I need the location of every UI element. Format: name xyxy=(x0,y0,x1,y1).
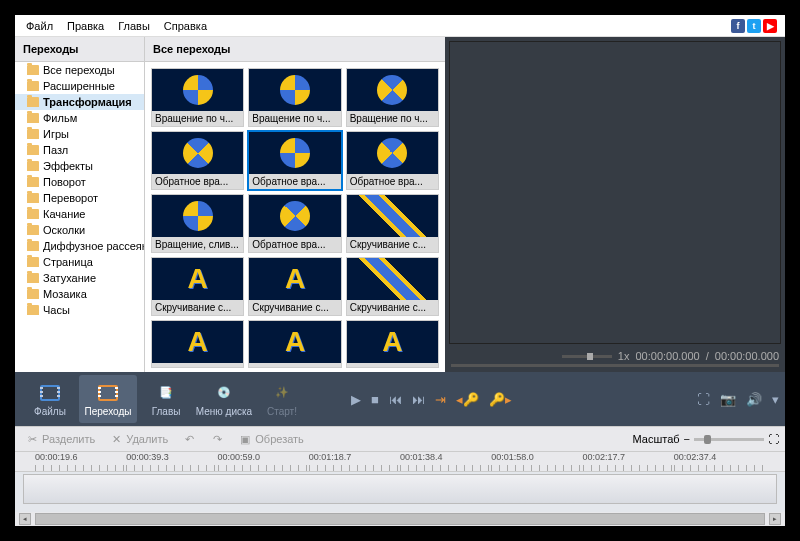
zoom-fit-icon[interactable]: ⛶ xyxy=(768,433,779,445)
play-button[interactable]: ▶ xyxy=(351,392,361,407)
marker-button[interactable]: ⇥ xyxy=(435,392,446,407)
youtube-icon[interactable]: ▶ xyxy=(763,19,777,33)
folder-item[interactable]: Качание xyxy=(15,206,144,222)
snapshot-button[interactable]: 📷 xyxy=(720,392,736,407)
transition-thumb[interactable]: Вращение по ч... xyxy=(151,68,244,127)
timeline-ruler[interactable]: 00:00:19.600:00:39.300:00:59.000:01:18.7… xyxy=(15,452,785,472)
timeline-scrollbar[interactable]: ◂ ▸ xyxy=(15,512,785,526)
folder-item[interactable]: Часы xyxy=(15,302,144,318)
folder-item[interactable]: Пазл xyxy=(15,142,144,158)
scroll-track[interactable] xyxy=(35,513,765,525)
next-button[interactable]: ⏭ xyxy=(412,392,425,407)
transition-thumb[interactable]: Вращение, слив... xyxy=(151,194,244,253)
folder-item[interactable]: Трансформация xyxy=(15,94,144,110)
transition-thumb[interactable]: AСкручивание с... xyxy=(151,257,244,316)
folder-item[interactable]: Поворот xyxy=(15,174,144,190)
ruler-tick: 00:02:37.4 xyxy=(674,452,765,471)
transition-thumb[interactable]: Обратное вра... xyxy=(151,131,244,190)
folder-icon xyxy=(27,177,39,187)
tool-transitions-label: Переходы xyxy=(85,406,132,417)
zoom-controls: Масштаб − ⛶ xyxy=(633,433,780,445)
folder-label: Игры xyxy=(43,128,69,140)
folder-item[interactable]: Осколки xyxy=(15,222,144,238)
fullscreen-button[interactable]: ⛶ xyxy=(697,392,710,407)
transition-thumb[interactable]: A xyxy=(248,320,341,368)
chapters-icon: 📑 xyxy=(155,382,177,404)
video-track[interactable] xyxy=(23,474,777,504)
stop-button[interactable]: ■ xyxy=(371,392,379,407)
folder-item[interactable]: Страница xyxy=(15,254,144,270)
transition-thumb[interactable]: Обратное вра... xyxy=(248,194,341,253)
volume-button[interactable]: 🔊 xyxy=(746,392,762,407)
track-area[interactable] xyxy=(15,472,785,512)
tool-chapters[interactable]: 📑 Главы xyxy=(137,375,195,423)
scroll-right-button[interactable]: ▸ xyxy=(769,513,781,525)
transition-thumb[interactable]: AСкручивание с... xyxy=(248,257,341,316)
folder-item[interactable]: Игры xyxy=(15,126,144,142)
prev-button[interactable]: ⏮ xyxy=(389,392,402,407)
undo-button[interactable]: ↶ xyxy=(178,430,200,448)
folder-label: Диффузное рассеяние xyxy=(43,240,144,252)
folder-item[interactable]: Фильм xyxy=(15,110,144,126)
delete-label: Удалить xyxy=(126,433,168,445)
facebook-icon[interactable]: f xyxy=(731,19,745,33)
tool-transitions[interactable]: Переходы xyxy=(79,375,137,423)
folder-label: Осколки xyxy=(43,224,85,236)
folder-item[interactable]: Расширенные xyxy=(15,78,144,94)
timeline: 00:00:19.600:00:39.300:00:59.000:01:18.7… xyxy=(15,452,785,526)
menu-help[interactable]: Справка xyxy=(157,17,214,35)
folder-label: Часы xyxy=(43,304,70,316)
transition-thumb[interactable]: Обратное вра... xyxy=(346,131,439,190)
right-controls: ⛶ 📷 🔊 ▾ xyxy=(697,392,779,407)
time-total: 00:00:00.000 xyxy=(715,350,779,362)
thumb-preview xyxy=(152,132,243,174)
transition-thumb[interactable]: Обратное вра... xyxy=(248,131,341,190)
scroll-thumb[interactable] xyxy=(36,514,764,524)
menu-edit[interactable]: Правка xyxy=(60,17,111,35)
sidebar-list[interactable]: Все переходыРасширенныеТрансформацияФиль… xyxy=(15,62,144,372)
tool-start[interactable]: ✨ Старт! xyxy=(253,375,311,423)
folder-item[interactable]: Все переходы xyxy=(15,62,144,78)
scroll-left-button[interactable]: ◂ xyxy=(19,513,31,525)
transition-thumb[interactable]: Вращение по ч... xyxy=(248,68,341,127)
folder-item[interactable]: Переворот xyxy=(15,190,144,206)
menu-file[interactable]: Файл xyxy=(19,17,60,35)
preview-panel: 1x 00:00:00.000 / 00:00:00.000 xyxy=(445,37,785,372)
transition-thumb[interactable]: Скручивание с... xyxy=(346,194,439,253)
thumb-label: Обратное вра... xyxy=(347,174,438,189)
folder-label: Все переходы xyxy=(43,64,115,76)
sidebar: Переходы Все переходыРасширенныеТрансфор… xyxy=(15,37,145,372)
speed-slider[interactable] xyxy=(562,355,612,358)
tool-files[interactable]: Файлы xyxy=(21,375,79,423)
transition-thumb[interactable]: A xyxy=(151,320,244,368)
transition-thumb[interactable]: Скручивание с... xyxy=(346,257,439,316)
zoom-out-icon[interactable]: − xyxy=(684,433,690,445)
key-prev-button[interactable]: ◂🔑 xyxy=(456,392,479,407)
zoom-slider[interactable] xyxy=(694,438,764,441)
redo-button[interactable]: ↷ xyxy=(206,430,228,448)
tool-menu-disc[interactable]: 💿 Меню диска xyxy=(195,375,253,423)
preview-scrubber[interactable] xyxy=(445,364,785,372)
time-sep: / xyxy=(706,350,709,362)
key-next-button[interactable]: 🔑▸ xyxy=(489,392,512,407)
app-window: Файл Правка Главы Справка f t ▶ Переходы… xyxy=(0,0,800,541)
thumb-label: Вращение, слив... xyxy=(152,237,243,252)
folder-item[interactable]: Затухание xyxy=(15,270,144,286)
transition-thumb[interactable]: A xyxy=(346,320,439,368)
folder-icon xyxy=(27,305,39,315)
thumb-label: Обратное вра... xyxy=(249,237,340,252)
menu-chapters[interactable]: Главы xyxy=(111,17,157,35)
delete-button[interactable]: ✕ Удалить xyxy=(105,430,172,448)
more-button[interactable]: ▾ xyxy=(772,392,779,407)
transition-thumb[interactable]: Вращение по ч... xyxy=(346,68,439,127)
preview-status: 1x 00:00:00.000 / 00:00:00.000 xyxy=(445,348,785,364)
split-button[interactable]: ✂ Разделить xyxy=(21,430,99,448)
transitions-gallery[interactable]: Вращение по ч...Вращение по ч...Вращение… xyxy=(145,62,445,372)
folder-item[interactable]: Эффекты xyxy=(15,158,144,174)
folder-label: Пазл xyxy=(43,144,68,156)
crop-button[interactable]: ▣ Обрезать xyxy=(234,430,308,448)
folder-item[interactable]: Мозаика xyxy=(15,286,144,302)
twitter-icon[interactable]: t xyxy=(747,19,761,33)
folder-item[interactable]: Диффузное рассеяние xyxy=(15,238,144,254)
folder-label: Затухание xyxy=(43,272,96,284)
